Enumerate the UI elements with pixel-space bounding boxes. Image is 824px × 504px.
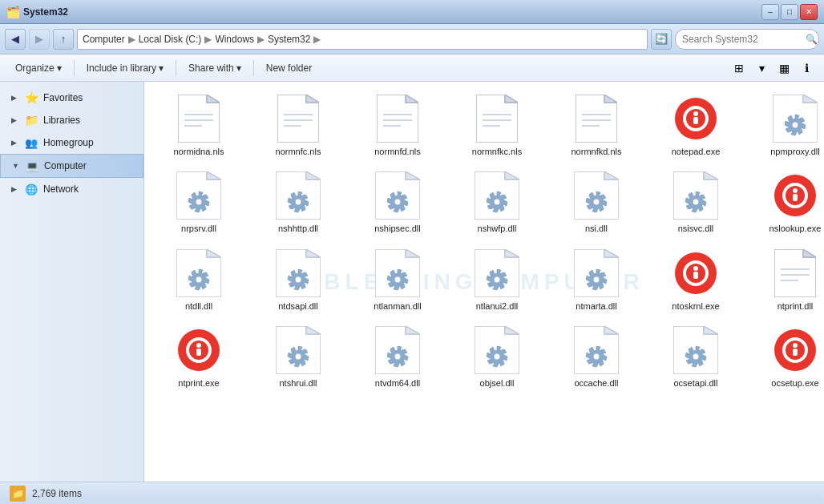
svg-marker-89 (505, 326, 519, 334)
search-input[interactable] (682, 34, 802, 45)
list-item[interactable]: ocsetup.exe (747, 320, 824, 393)
file-area[interactable]: BLEEPINGCOMPUTER normidna.nls normnfc.nl… (144, 82, 824, 482)
list-item[interactable]: ntvdm64.dll (349, 320, 446, 393)
list-item[interactable]: occache.dll (548, 320, 644, 393)
organize-button[interactable]: Organize ▾ (8, 58, 69, 79)
sidebar-item-favorites[interactable]: ▶ ⭐ Favorites (0, 87, 143, 109)
breadcrumb[interactable]: Computer ▶ Local Disk (C:) ▶ Windows ▶ S… (77, 29, 648, 50)
gear-dll-icon (673, 171, 718, 220)
file-name: nshwfp.dll (478, 223, 517, 234)
file-name: ntprint.dll (778, 300, 814, 312)
svg-point-34 (196, 199, 202, 205)
file-icon-wrapper (175, 95, 223, 143)
new-folder-label: New folder (266, 62, 312, 74)
list-item[interactable]: ntdsapi.dll (250, 243, 346, 317)
list-item[interactable]: ntdll.dll (151, 243, 247, 317)
list-item[interactable]: objsel.dll (449, 320, 545, 393)
window-title: System32 (23, 6, 68, 18)
list-item[interactable]: nsi.dll (548, 165, 644, 239)
list-item[interactable]: nrpsrv.dll (151, 165, 247, 239)
back-button[interactable]: ◀ (5, 29, 26, 50)
list-item[interactable]: nshhttp.dll (250, 165, 346, 239)
include-library-button[interactable]: Include in library ▾ (79, 58, 171, 79)
list-item[interactable]: nsisvc.dll (648, 165, 744, 239)
list-item[interactable]: normnfd.nls (349, 88, 446, 162)
organize-arrow-icon: ▾ (57, 62, 62, 74)
new-folder-button[interactable]: New folder (259, 58, 319, 79)
refresh-button[interactable]: 🔄 (651, 29, 672, 50)
organize-label: Organize (15, 62, 55, 74)
list-item[interactable]: nshwfp.dll (449, 165, 545, 239)
svg-marker-16 (505, 95, 518, 103)
share-with-button[interactable]: Share with ▾ (181, 58, 248, 79)
list-item[interactable]: normnfkc.nls (449, 88, 545, 162)
list-item[interactable]: ntoskrnl.exe (648, 243, 744, 317)
gear-dll-icon (574, 171, 619, 220)
list-item[interactable]: ntmarta.dll (548, 243, 644, 317)
include-library-arrow-icon: ▾ (159, 62, 164, 74)
breadcrumb-computer[interactable]: Computer (83, 34, 125, 45)
sidebar-item-network[interactable]: ▶ 🌐 Network (0, 178, 143, 200)
file-icon-wrapper (274, 95, 322, 143)
svg-point-65 (494, 276, 500, 283)
title-bar-left: 🗂️ System32 (6, 6, 68, 18)
file-icon-wrapper (175, 171, 223, 220)
breadcrumb-localdisk[interactable]: Local Disk (C:) (139, 34, 202, 45)
preview-pane-button[interactable]: ▦ (774, 58, 794, 78)
forward-button[interactable]: ▶ (29, 29, 50, 50)
red-exe-icon (774, 329, 816, 371)
libraries-arrow-icon: ▶ (11, 116, 19, 124)
sidebar-item-computer[interactable]: ▼ 💻 Computer (0, 154, 143, 178)
share-with-label: Share with (188, 62, 234, 74)
svg-marker-1 (207, 95, 220, 103)
details-pane-button[interactable]: ℹ (797, 58, 816, 78)
file-name: ntdll.dll (185, 300, 212, 312)
list-item[interactable]: nshipsec.dll (349, 165, 446, 239)
file-name: nrpsrv.dll (181, 223, 216, 234)
svg-point-71 (693, 266, 698, 271)
svg-point-43 (494, 199, 500, 205)
file-icon-wrapper (572, 249, 620, 297)
breadcrumb-windows[interactable]: Windows (215, 34, 254, 45)
sidebar-item-homegroup[interactable]: ▶ 👥 Homegroup (0, 131, 143, 154)
list-item[interactable]: notepad.exe (648, 88, 744, 162)
list-item[interactable]: ocsetapi.dll (648, 320, 744, 393)
toolbar: Organize ▾ Include in library ▾ Share wi… (0, 54, 824, 82)
change-view-button[interactable]: ⊞ (729, 58, 749, 78)
maximize-button[interactable]: □ (781, 4, 798, 20)
sep2: ▶ (204, 34, 212, 45)
list-item[interactable]: normnfc.nls (250, 88, 346, 162)
red-exe-icon (774, 175, 816, 216)
svg-point-40 (394, 199, 401, 205)
sidebar-item-libraries[interactable]: ▶ 📁 Libraries (0, 109, 143, 131)
view-dropdown-button[interactable]: ▾ (752, 58, 771, 78)
minimize-button[interactable]: – (761, 4, 779, 20)
list-item[interactable]: ntprint.exe (151, 320, 247, 393)
file-icon-wrapper (374, 171, 422, 220)
file-name: normnfd.nls (374, 146, 420, 157)
svg-point-93 (593, 353, 600, 360)
list-item[interactable]: nslookup.exe (747, 165, 824, 239)
breadcrumb-system32[interactable]: System32 (268, 34, 310, 45)
favorites-icon: ⭐ (24, 91, 38, 105)
file-icon-wrapper (473, 95, 521, 143)
gear-dll-icon (475, 326, 519, 374)
search-box[interactable]: 🔍 (675, 29, 819, 50)
list-item[interactable]: ntprint.dll (747, 243, 824, 317)
list-item[interactable]: ntshrui.dll (250, 320, 346, 393)
list-item[interactable]: normnfkd.nls (548, 88, 644, 162)
gear-dll-icon (475, 249, 519, 297)
list-item[interactable]: npmproxy.dll (747, 88, 824, 162)
list-item[interactable]: normidna.nls (151, 88, 247, 162)
list-item[interactable]: ntlanui2.dll (449, 243, 545, 317)
svg-point-27 (693, 111, 698, 116)
svg-point-52 (793, 188, 798, 193)
list-item[interactable]: ntlanman.dll (349, 243, 446, 317)
file-name: objsel.dll (480, 377, 515, 389)
svg-marker-33 (207, 171, 221, 179)
file-name: nshipsec.dll (374, 223, 420, 234)
file-name: normnfkd.nls (572, 146, 622, 157)
network-label: Network (43, 183, 137, 195)
close-button[interactable]: ✕ (800, 4, 818, 20)
up-button[interactable]: ↑ (53, 29, 74, 50)
